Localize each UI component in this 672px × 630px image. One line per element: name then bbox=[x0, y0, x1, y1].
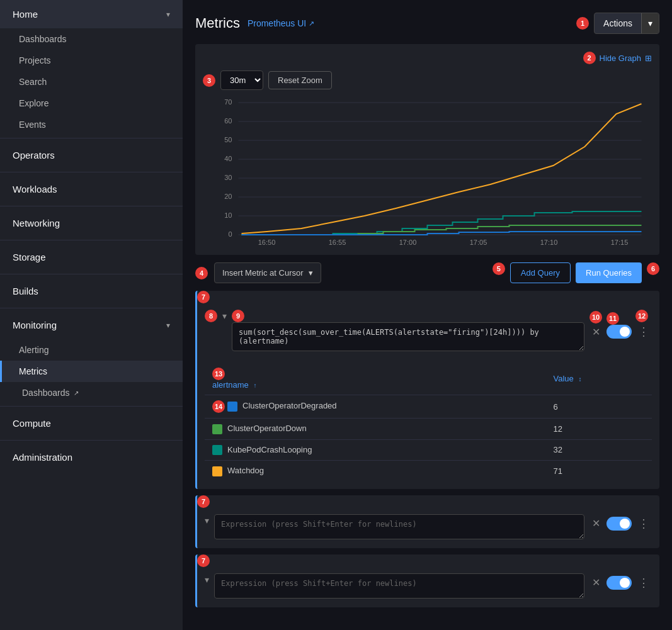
query-bar: 4 Insert Metric at Cursor ▾ 5 Add Query … bbox=[195, 262, 659, 283]
svg-text:70: 70 bbox=[224, 98, 232, 106]
home-chevron-icon: ▾ bbox=[166, 10, 170, 19]
more-badge-1: 12 bbox=[635, 310, 648, 322]
table-row: 14ClusterOperatorDegraded6 bbox=[205, 395, 652, 419]
svg-text:16:50: 16:50 bbox=[258, 239, 276, 246]
actions-area: 1 Actions ▾ bbox=[576, 13, 659, 34]
query-text-badge: 9 bbox=[232, 310, 244, 322]
sidebar-divider-8 bbox=[0, 440, 183, 441]
run-queries-badge: 6 bbox=[647, 262, 659, 275]
prometheus-label: Prometheus UI bbox=[248, 18, 306, 28]
sidebar-compute-label: Compute bbox=[13, 418, 51, 429]
sidebar-divider-5 bbox=[0, 274, 183, 274]
actions-dropdown-arrow[interactable]: ▾ bbox=[641, 13, 659, 33]
clear-query-button-1[interactable]: ✕ bbox=[589, 323, 603, 340]
sidebar-divider-3 bbox=[0, 206, 183, 206]
sidebar-divider-4 bbox=[0, 240, 183, 240]
col-alertname[interactable]: 13 alertname ↑ bbox=[205, 363, 546, 395]
col-value[interactable]: Value ↕ bbox=[546, 363, 652, 395]
graph-controls: 3 30m 1h 2h 6h 12h 24h Reset Zoom bbox=[203, 70, 652, 90]
collapse-icon-3[interactable]: ▾ bbox=[205, 573, 209, 585]
insert-metric-select[interactable]: Insert Metric at Cursor ▾ bbox=[214, 262, 321, 283]
collapse-icon-1[interactable]: ▾ bbox=[222, 310, 227, 321]
query-textarea-3[interactable] bbox=[214, 573, 584, 599]
sidebar-networking-label: Networking bbox=[13, 218, 60, 228]
sidebar-networking[interactable]: Networking bbox=[0, 209, 183, 237]
sidebar-item-search[interactable]: Search bbox=[0, 71, 183, 93]
sidebar-item-explore[interactable]: Explore bbox=[0, 93, 183, 114]
query-more-button-2[interactable]: ⋮ bbox=[635, 514, 652, 533]
color-swatch bbox=[227, 402, 237, 412]
sidebar-monitoring-label: Monitoring bbox=[13, 320, 57, 330]
query-row-3-actions: ✕ ⋮ bbox=[589, 573, 652, 592]
query-row-1-actions: 10 ✕ 11 12 ⋮ bbox=[589, 310, 652, 341]
query-toggle-3[interactable] bbox=[607, 576, 632, 590]
prometheus-ui-link[interactable]: Prometheus UI ↗ bbox=[248, 18, 314, 28]
hide-graph-button[interactable]: Hide Graph ⊞ bbox=[600, 53, 652, 63]
reset-zoom-button[interactable]: Reset Zoom bbox=[268, 71, 332, 89]
main-content: Metrics Prometheus UI ↗ 1 Actions ▾ 2 Hi… bbox=[183, 0, 672, 630]
alert-name: ClusterOperatorDown bbox=[227, 424, 307, 433]
sidebar-compute[interactable]: Compute bbox=[0, 409, 183, 437]
svg-text:50: 50 bbox=[224, 136, 232, 143]
sidebar-storage[interactable]: Storage bbox=[0, 243, 183, 271]
query-input-area-2 bbox=[214, 514, 584, 542]
time-range-badge: 3 bbox=[203, 74, 215, 87]
actions-button[interactable]: Actions ▾ bbox=[594, 13, 659, 34]
color-swatch bbox=[212, 445, 222, 455]
sidebar-item-metrics[interactable]: Metrics bbox=[0, 361, 183, 382]
sidebar-item-dashboards[interactable]: Dashboards bbox=[0, 28, 183, 50]
result-row-badge: 14 bbox=[212, 400, 225, 413]
actions-badge: 1 bbox=[576, 17, 589, 30]
sidebar-home[interactable]: Home ▾ bbox=[0, 0, 183, 28]
alert-name: Watchdog bbox=[227, 466, 264, 475]
svg-text:17:05: 17:05 bbox=[470, 239, 487, 246]
query-input-area-1: 9 sum(sort_desc(sum_over_time(ALERTS(ale… bbox=[232, 310, 584, 354]
alert-name: ClusterOperatorDegraded bbox=[242, 401, 337, 410]
add-query-button[interactable]: Add Query bbox=[510, 262, 571, 283]
svg-text:30: 30 bbox=[224, 174, 232, 181]
collapse-icon-2[interactable]: ▾ bbox=[205, 514, 209, 526]
query-input-area-3 bbox=[214, 573, 584, 601]
results-table-container: 13 alertname ↑ Value ↕ 14ClusterOperator… bbox=[197, 363, 659, 489]
title-area: Metrics Prometheus UI ↗ bbox=[195, 15, 314, 31]
query-row-3-badge: 7 bbox=[197, 554, 210, 567]
query-toggle-1[interactable] bbox=[607, 325, 632, 339]
run-queries-button[interactable]: Run Queries bbox=[576, 262, 642, 283]
sidebar-divider-7 bbox=[0, 406, 183, 407]
sort-icon: ↑ bbox=[253, 382, 256, 389]
svg-text:16:55: 16:55 bbox=[329, 239, 346, 246]
svg-text:10: 10 bbox=[224, 211, 232, 219]
query-row-1: 7 8 ▾ 9 sum(sort_desc(sum_over_time(ALER… bbox=[195, 291, 659, 489]
table-row: ClusterOperatorDown12 bbox=[205, 419, 652, 440]
chart-svg: 70 60 50 40 30 20 10 0 16:50 16:55 17:00… bbox=[203, 96, 652, 247]
sidebar-item-alerting[interactable]: Alerting bbox=[0, 339, 183, 361]
sidebar-administration[interactable]: Administration bbox=[0, 443, 183, 471]
external-link-icon: ↗ bbox=[309, 20, 314, 28]
sidebar-monitoring[interactable]: Monitoring ▾ bbox=[0, 311, 183, 339]
query-more-button-3[interactable]: ⋮ bbox=[635, 573, 652, 592]
query-row-2-actions: ✕ ⋮ bbox=[589, 514, 652, 533]
clear-query-button-2[interactable]: ✕ bbox=[589, 515, 603, 532]
page-title: Metrics bbox=[195, 15, 240, 31]
svg-text:0: 0 bbox=[228, 230, 232, 238]
query-row-1-header: 8 ▾ 9 sum(sort_desc(sum_over_time(ALERTS… bbox=[197, 303, 659, 360]
sidebar-item-projects[interactable]: Projects bbox=[0, 50, 183, 71]
sidebar-item-events[interactable]: Events bbox=[0, 114, 183, 135]
graph-container: 2 Hide Graph ⊞ 3 30m 1h 2h 6h 12h 24h Re… bbox=[195, 44, 659, 255]
results-table: 13 alertname ↑ Value ↕ 14ClusterOperator… bbox=[205, 363, 652, 481]
query-textarea-2[interactable] bbox=[214, 514, 584, 539]
alert-value: 71 bbox=[546, 461, 652, 481]
sidebar-builds-label: Builds bbox=[13, 286, 38, 296]
query-more-button-1[interactable]: ⋮ bbox=[635, 322, 652, 341]
sidebar: Home ▾ Dashboards Projects Search Explor… bbox=[0, 0, 183, 630]
clear-query-button-3[interactable]: ✕ bbox=[589, 574, 603, 591]
sidebar-operators[interactable]: Operators bbox=[0, 141, 183, 169]
sidebar-item-dashboards-ext[interactable]: Dashboards ↗ bbox=[0, 382, 183, 403]
time-range-select[interactable]: 30m 1h 2h 6h 12h 24h bbox=[220, 70, 263, 90]
query-textarea-1[interactable]: sum(sort_desc(sum_over_time(ALERTS(alert… bbox=[232, 322, 584, 351]
insert-metric-chevron-icon: ▾ bbox=[309, 268, 313, 278]
alert-value: 32 bbox=[546, 439, 652, 461]
query-toggle-2[interactable] bbox=[607, 517, 632, 531]
sidebar-builds[interactable]: Builds bbox=[0, 277, 183, 305]
sidebar-workloads[interactable]: Workloads bbox=[0, 175, 183, 203]
